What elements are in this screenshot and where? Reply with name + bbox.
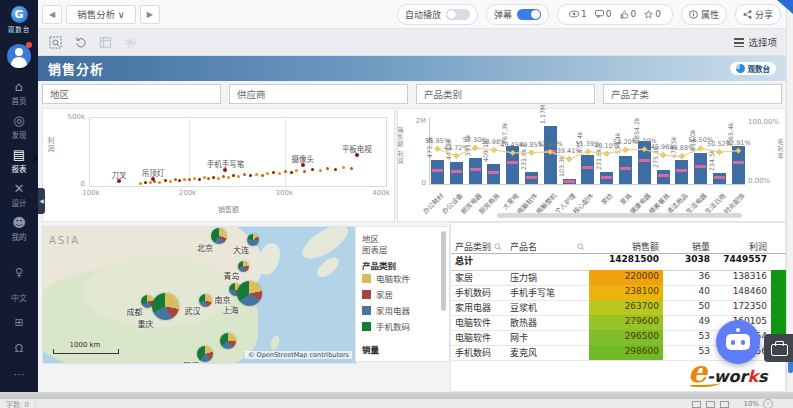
properties-button[interactable]: 属性: [681, 4, 727, 25]
sidebar-bottom-idea[interactable]: ♀: [0, 266, 38, 279]
scatter-point[interactable]: [149, 181, 152, 184]
city-pie-厦门[interactable]: [197, 346, 213, 362]
sidebar-item-discover[interactable]: ◎发现: [0, 114, 38, 140]
scatter-point[interactable]: [326, 167, 329, 170]
filter-input-0[interactable]: 地区: [42, 84, 221, 104]
filter-input-2[interactable]: 产品类别: [416, 84, 595, 104]
scatter-point[interactable]: [178, 179, 181, 182]
sidebar-item-mine[interactable]: ☻我的: [0, 216, 38, 242]
tab-prev-button[interactable]: ◀: [42, 5, 62, 24]
scatter-point[interactable]: [158, 181, 161, 184]
legend-scrollbar[interactable]: [441, 231, 446, 311]
scatter-point[interactable]: [255, 173, 258, 176]
sidebar-bottom-fullscreen[interactable]: ⊞: [0, 316, 38, 329]
scatter-point[interactable]: [295, 169, 298, 172]
scatter-point[interactable]: [237, 175, 240, 178]
bar[interactable]: [450, 162, 463, 184]
bar[interactable]: [713, 173, 726, 184]
bar[interactable]: [487, 164, 500, 184]
table-row[interactable]: 家用电器豆浆机26370050172350: [451, 300, 786, 316]
scatter-point[interactable]: [203, 176, 206, 179]
scatter-point[interactable]: [164, 179, 167, 182]
table-row[interactable]: 手机数码手机手写笔23810040148460: [451, 285, 786, 301]
device-phone-icon[interactable]: [720, 401, 729, 408]
area-zoom-icon[interactable]: [47, 34, 63, 50]
bar[interactable]: [619, 156, 632, 184]
bar[interactable]: [563, 179, 576, 184]
sidebar-item-home[interactable]: ⌂首页: [0, 80, 38, 106]
bar[interactable]: [431, 160, 444, 184]
restore-icon[interactable]: [72, 34, 88, 50]
autoplay-toggle[interactable]: [446, 9, 470, 20]
views-stat[interactable]: 1: [569, 9, 587, 19]
scatter-point[interactable]: [139, 182, 142, 185]
search-icon[interactable]: [577, 243, 585, 251]
scatter-point[interactable]: [278, 172, 281, 175]
map-panel[interactable]: ASIA 北京大连青岛南京上海武汉成都重庆厦门 1000 km © OpenSt…: [42, 226, 357, 364]
scatter-point[interactable]: [334, 168, 337, 171]
city-pie-上海[interactable]: [237, 281, 262, 306]
bar[interactable]: [694, 153, 707, 184]
table-total-row[interactable]: 总计1428150030387449557: [451, 253, 786, 271]
scatter-point[interactable]: [350, 167, 353, 170]
filter-input-3[interactable]: 产品子类: [603, 84, 782, 104]
scatter-point[interactable]: [266, 172, 269, 175]
scatter-point[interactable]: [212, 176, 215, 179]
device-tablet-icon[interactable]: [706, 401, 715, 408]
legend-item-0[interactable]: 电脑软件: [362, 272, 410, 284]
scatter-point[interactable]: [227, 176, 230, 179]
bar-chart-scrollbar[interactable]: [497, 213, 742, 218]
city-pie-北京[interactable]: [211, 228, 227, 244]
bar[interactable]: [600, 172, 613, 184]
scatter-point[interactable]: [303, 170, 306, 173]
sidebar-bottom-support[interactable]: Ω: [0, 342, 38, 355]
scatter-point[interactable]: [311, 168, 314, 171]
scatter-point[interactable]: [261, 174, 264, 177]
bar[interactable]: [506, 146, 519, 184]
data-view-icon[interactable]: [97, 34, 113, 50]
tab-sales-analysis[interactable]: 销售分析 ∨: [66, 5, 136, 24]
legend-item-3[interactable]: 手机数码: [362, 320, 410, 332]
share-button[interactable]: 分享: [735, 4, 781, 25]
likes-stat[interactable]: 0: [620, 9, 637, 19]
bar[interactable]: [657, 170, 670, 184]
scatter-point[interactable]: [188, 178, 191, 181]
bar[interactable]: [581, 155, 594, 184]
scatter-point[interactable]: [193, 177, 196, 180]
scatter-point[interactable]: [207, 177, 210, 180]
sidebar-item-design[interactable]: ✕设计: [0, 182, 38, 208]
settings-icon[interactable]: [122, 34, 138, 50]
bar[interactable]: [469, 158, 482, 184]
scatter-point[interactable]: [319, 169, 322, 172]
favorites-stat[interactable]: 0: [644, 9, 661, 19]
city-pie-重庆[interactable]: [152, 293, 179, 320]
table-header-row[interactable]: 产品类别产品名销售额销量利润: [451, 223, 786, 254]
scatter-point[interactable]: [290, 171, 293, 174]
bar[interactable]: [732, 146, 745, 184]
app-logo[interactable]: G 观数台: [0, 0, 38, 34]
scatter-point[interactable]: [217, 177, 220, 180]
filter-input-1[interactable]: 供应商: [229, 84, 408, 104]
device-desktop-icon[interactable]: [692, 401, 701, 408]
sidebar-bottom-more[interactable]: ⋯: [0, 368, 38, 381]
legend-item-2[interactable]: 家用电器: [362, 304, 410, 316]
zoom-out-button[interactable]: –: [763, 399, 773, 408]
scatter-point[interactable]: [272, 171, 275, 174]
search-icon[interactable]: [494, 243, 502, 251]
tab-next-button[interactable]: ▶: [140, 5, 160, 24]
danmaku-toggle[interactable]: [517, 9, 541, 20]
scatter-point[interactable]: [342, 166, 345, 169]
scatter-point[interactable]: [174, 178, 177, 181]
scatter-point[interactable]: [284, 170, 287, 173]
table-row[interactable]: 家居压力锅22000036138316: [451, 270, 786, 286]
scatter-point[interactable]: [232, 174, 235, 177]
legend-item-1[interactable]: 家居: [362, 288, 393, 300]
scatter-point[interactable]: [198, 178, 201, 181]
scatter-point[interactable]: [249, 174, 252, 177]
map-attribution[interactable]: © OpenStreetMap contributors: [245, 351, 352, 359]
panel-collapse-handle[interactable]: ◀: [38, 188, 45, 214]
bar[interactable]: [525, 172, 538, 184]
scatter-point[interactable]: [183, 178, 186, 181]
scatter-point[interactable]: [144, 181, 147, 184]
comments-stat[interactable]: 0: [595, 9, 612, 19]
